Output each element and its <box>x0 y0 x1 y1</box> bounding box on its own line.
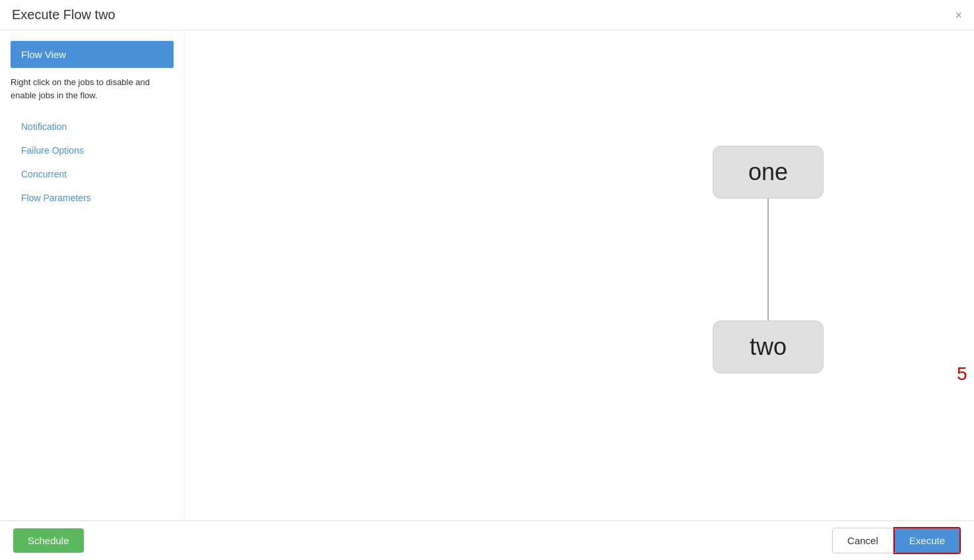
dialog-title: Execute Flow two <box>12 7 115 22</box>
sidebar-item-failure-options[interactable]: Failure Options <box>11 139 174 162</box>
schedule-button[interactable]: Schedule <box>13 528 84 553</box>
footer: Schedule Cancel Execute <box>0 520 974 560</box>
execute-button-wrapper: Execute <box>893 527 961 554</box>
flow-node-one[interactable]: one <box>713 146 824 199</box>
sidebar-item-concurrent[interactable]: Concurrent <box>11 162 174 186</box>
flow-node-two[interactable]: two <box>713 321 824 373</box>
main-content: Flow View Right click on the jobs to dis… <box>0 30 974 520</box>
footer-actions: Cancel Execute <box>832 527 961 554</box>
sidebar: Flow View Right click on the jobs to dis… <box>0 30 185 520</box>
sidebar-item-notification[interactable]: Notification <box>11 115 174 139</box>
node-one-label: one <box>748 158 788 186</box>
flow-canvas: one two 5 <box>185 30 974 520</box>
hint-text: Right click on the jobs to disable and e… <box>11 76 174 102</box>
sidebar-item-flow-parameters[interactable]: Flow Parameters <box>11 186 174 210</box>
annotation-number: 5 <box>957 363 967 385</box>
cancel-button[interactable]: Cancel <box>832 528 893 553</box>
close-button[interactable]: × <box>955 9 962 21</box>
execute-button[interactable]: Execute <box>895 528 959 553</box>
node-two-label: two <box>750 333 787 361</box>
connector-line <box>767 199 769 321</box>
flow-view-button[interactable]: Flow View <box>11 41 174 68</box>
dialog-header: Execute Flow two × <box>0 0 974 30</box>
